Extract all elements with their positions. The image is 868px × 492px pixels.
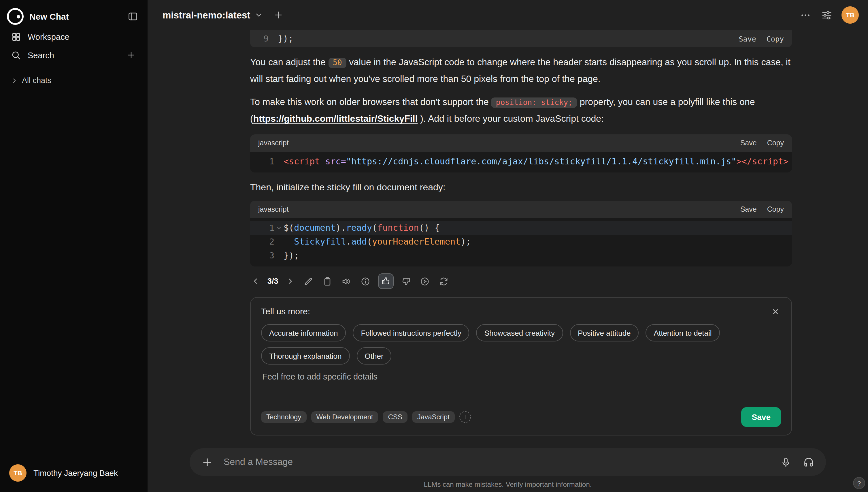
user-avatar: TB <box>9 464 27 482</box>
topic-tag[interactable]: CSS <box>383 411 407 423</box>
more-options-button[interactable] <box>799 8 812 22</box>
read-aloud-button[interactable] <box>340 275 353 288</box>
feedback-option[interactable]: Other <box>357 347 392 365</box>
code-copy-button[interactable]: Copy <box>767 34 784 43</box>
topic-tag[interactable]: Technology <box>261 411 306 423</box>
code-token: src= <box>325 154 346 168</box>
app-window: New Chat Workspace Search <box>0 0 868 492</box>
thumbs-up-button[interactable] <box>378 273 394 289</box>
search-label: Search <box>28 50 119 60</box>
code-language-label: javascript <box>258 139 289 147</box>
model-selector[interactable]: mistral-nemo:latest <box>162 9 263 21</box>
user-menu[interactable]: TB Timothy Jaeryang Baek <box>6 460 142 486</box>
thumbs-up-icon <box>381 276 391 286</box>
code-save-button[interactable]: Save <box>739 34 756 43</box>
feedback-option[interactable]: Followed instructions perfectly <box>353 324 469 341</box>
feedback-save-button[interactable]: Save <box>741 407 781 427</box>
feedback-options-row: Accurate information Followed instructio… <box>261 324 781 341</box>
feedback-option[interactable]: Accurate information <box>261 324 346 341</box>
help-button[interactable]: ? <box>853 477 865 489</box>
chat-controls-button[interactable] <box>820 8 834 22</box>
code-token: }); <box>284 249 299 263</box>
clipboard-icon <box>322 276 333 286</box>
code-line-number: 1 <box>257 221 274 235</box>
new-chat-button[interactable] <box>272 9 285 21</box>
thumbs-down-icon <box>401 276 411 286</box>
code-token: document <box>294 221 336 235</box>
code-copy-button[interactable]: Copy <box>767 139 784 147</box>
chat-scroll-area[interactable]: 9 }); Save Copy You can adjust the 50 va… <box>148 30 868 448</box>
search-icon <box>10 50 22 60</box>
info-icon <box>360 276 371 286</box>
thumbs-down-button[interactable] <box>400 275 412 287</box>
account-avatar[interactable]: TB <box>841 6 859 24</box>
play-circle-icon <box>420 276 430 286</box>
feedback-details-input[interactable] <box>261 372 781 407</box>
new-folder-button[interactable] <box>125 49 137 61</box>
feedback-option[interactable]: Thorough explanation <box>261 347 350 365</box>
sidebar-toggle-button[interactable] <box>126 10 139 23</box>
regenerate-icon <box>439 276 449 286</box>
add-tag-button[interactable] <box>459 411 471 423</box>
code-token: Stickyfill <box>294 235 346 249</box>
copy-message-button[interactable] <box>321 275 334 288</box>
code-block-body: 1$(document).ready(function() { 2 Sticky… <box>250 218 792 267</box>
code-token: ></script> <box>736 154 788 168</box>
message-paragraph: Then, initialize the sticky fill on docu… <box>250 179 792 196</box>
inline-code-chip: position: sticky; <box>491 97 577 108</box>
message-input-bar <box>190 448 826 476</box>
model-name: mistral-nemo:latest <box>162 9 250 21</box>
attach-button[interactable] <box>200 455 214 469</box>
code-line-number: 3 <box>257 249 274 263</box>
user-name: Timothy Jaeryang Baek <box>33 468 118 477</box>
paragraph-text: You can adjust the <box>250 57 328 67</box>
code-save-button[interactable]: Save <box>740 139 757 147</box>
edit-message-button[interactable] <box>302 275 315 288</box>
code-block-header: javascript Save Copy <box>250 134 792 152</box>
feedback-close-button[interactable] <box>770 306 781 317</box>
code-block-partial: 9 }); Save Copy <box>250 30 792 47</box>
feedback-option[interactable]: Positive attitude <box>570 324 639 341</box>
voice-input-button[interactable] <box>779 456 792 469</box>
code-line-number: 1 <box>257 154 274 168</box>
new-chat-label[interactable]: New Chat <box>29 11 121 21</box>
feedback-options-row: Thorough explanation Other <box>261 347 781 365</box>
paragraph-text: To make this work on older browsers that… <box>250 97 491 107</box>
ellipsis-icon <box>800 9 811 21</box>
feedback-card: Tell us more: Accurate information Follo… <box>250 297 792 436</box>
headphones-icon <box>803 456 814 468</box>
next-response-button[interactable] <box>285 276 296 287</box>
topic-tag[interactable]: Web Development <box>311 411 378 423</box>
message-input[interactable] <box>223 457 770 467</box>
close-icon <box>771 308 780 316</box>
plus-icon <box>462 414 468 420</box>
plus-icon <box>126 50 136 60</box>
code-copy-button[interactable]: Copy <box>767 205 784 214</box>
code-token: add <box>351 235 367 249</box>
topic-tag[interactable]: JavaScript <box>412 411 455 423</box>
code-line: 3}); <box>250 249 792 263</box>
regenerate-button[interactable] <box>438 275 450 288</box>
sidebar-item-all-chats[interactable]: All chats <box>6 74 142 87</box>
code-line: 1$(document).ready(function() { <box>250 221 792 235</box>
code-save-button[interactable]: Save <box>740 205 757 214</box>
call-mode-button[interactable] <box>802 455 816 469</box>
feedback-option[interactable]: Attention to detail <box>646 324 720 341</box>
code-block-document-ready: javascript Save Copy 1$(document).ready(… <box>250 201 792 267</box>
assistant-message: 9 }); Save Copy You can adjust the 50 va… <box>250 30 792 436</box>
code-block-body: 1<script src="https://cdnjs.cloudflare.c… <box>250 152 792 172</box>
code-fold-icon[interactable] <box>274 225 284 231</box>
info-button[interactable] <box>359 275 372 288</box>
response-counter: 3/3 <box>267 277 279 286</box>
polyfill-link[interactable]: https://github.com/littlestair/StickyFil… <box>253 114 418 123</box>
sidebar-item-workspace[interactable]: Workspace <box>6 28 142 46</box>
continue-response-button[interactable] <box>418 275 431 288</box>
speaker-icon <box>341 276 351 286</box>
feedback-option[interactable]: Showcased creativity <box>476 324 563 341</box>
prev-response-button[interactable] <box>250 276 261 287</box>
all-chats-label: All chats <box>22 76 137 85</box>
sidebar-item-search[interactable]: Search <box>6 46 142 65</box>
code-token: ready <box>346 221 372 235</box>
chevron-down-icon <box>255 11 263 19</box>
pencil-icon <box>303 276 314 286</box>
